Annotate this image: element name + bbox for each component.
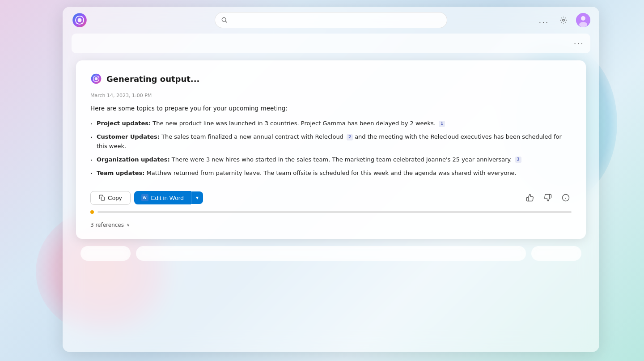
references-label[interactable]: 3 references	[90, 222, 124, 228]
progress-bar	[97, 211, 572, 213]
generating-header: Generating output...	[90, 73, 572, 85]
edit-word-button[interactable]: W Edit in Word	[134, 191, 191, 204]
app-window: ... ···	[63, 7, 599, 352]
svg-point-9	[95, 77, 98, 81]
svg-point-4	[563, 19, 565, 21]
thumbs-up-icon	[526, 194, 534, 202]
top-bar: ...	[63, 7, 599, 34]
more-options-button[interactable]: ...	[537, 13, 551, 27]
citation-1: 1	[439, 121, 445, 127]
chevron-down-icon: ▾	[196, 195, 199, 201]
search-bar-container	[215, 12, 447, 28]
main-card: Generating output... March 14, 2023, 1:0…	[76, 60, 586, 239]
copy-icon	[99, 195, 105, 201]
intro-text: Here are some topics to prepare you for …	[90, 104, 572, 113]
progress-area	[90, 210, 572, 214]
bullet-text-4: Matthew returned from paternity leave. T…	[147, 170, 517, 176]
svg-line-3	[225, 21, 227, 22]
bullet-text-1: The new product line was launched in 3 c…	[153, 120, 436, 127]
svg-point-6	[581, 16, 585, 21]
bullet-label-4: Team updates:	[97, 170, 144, 176]
settings-button[interactable]	[556, 13, 571, 27]
bullet-label-1: Project updates:	[97, 120, 151, 127]
suggestion-chip-3[interactable]	[531, 246, 581, 261]
references-row[interactable]: 3 references ∨	[90, 218, 572, 228]
word-icon: W	[141, 194, 148, 201]
copilot-icon-small	[90, 73, 102, 85]
suggestion-chip-2[interactable]	[136, 246, 526, 261]
generating-title: Generating output...	[106, 74, 199, 84]
copy-button[interactable]: Copy	[90, 191, 131, 205]
list-item: Customer Updates: The sales team finaliz…	[90, 132, 572, 150]
thumbs-up-button[interactable]	[524, 192, 536, 204]
citation-3: 3	[515, 157, 521, 163]
bullet-text-3: There were 3 new hires who started in th…	[172, 156, 512, 163]
gear-icon	[559, 16, 568, 24]
svg-rect-10	[101, 197, 105, 201]
suggestion-bar	[72, 246, 590, 261]
secondary-more-button[interactable]: ···	[574, 39, 584, 48]
info-button[interactable]	[560, 192, 572, 204]
citation-2: 2	[347, 134, 353, 140]
secondary-bar: ···	[72, 34, 590, 53]
list-item: Team updates: Matthew returned from pate…	[90, 169, 572, 178]
suggestion-chip-1[interactable]	[80, 246, 131, 261]
action-bar-left: Copy W Edit in Word ▾	[90, 191, 203, 205]
thumbs-down-icon	[544, 194, 552, 202]
list-item: Project updates: The new product line wa…	[90, 119, 572, 128]
bullet-label-3: Organization updates:	[97, 156, 170, 163]
svg-point-1	[78, 18, 82, 22]
thumbs-down-button[interactable]	[542, 192, 554, 204]
search-icon	[221, 17, 228, 23]
action-bar-right	[524, 192, 572, 204]
search-bar[interactable]	[215, 12, 447, 28]
info-icon	[562, 194, 570, 202]
progress-dot	[90, 210, 94, 214]
svg-text:W: W	[143, 196, 147, 200]
top-bar-right: ...	[537, 13, 590, 27]
edit-word-group: W Edit in Word ▾	[134, 191, 203, 204]
date-stamp: March 14, 2023, 1:00 PM	[90, 93, 572, 98]
svg-point-7	[579, 22, 587, 27]
bullet-list: Project updates: The new product line wa…	[90, 119, 572, 178]
content-area: ···	[63, 34, 599, 270]
user-avatar[interactable]	[576, 13, 590, 27]
references-chevron-icon[interactable]: ∨	[127, 222, 130, 227]
bullet-label-2: Customer Updates:	[97, 133, 160, 140]
edit-word-chevron-button[interactable]: ▾	[191, 191, 203, 204]
list-item: Organization updates: There were 3 new h…	[90, 155, 572, 164]
copilot-logo	[72, 12, 88, 28]
action-bar: Copy W Edit in Word ▾	[90, 187, 572, 205]
bullet-text-2: The sales team finalized a new annual co…	[161, 133, 343, 140]
